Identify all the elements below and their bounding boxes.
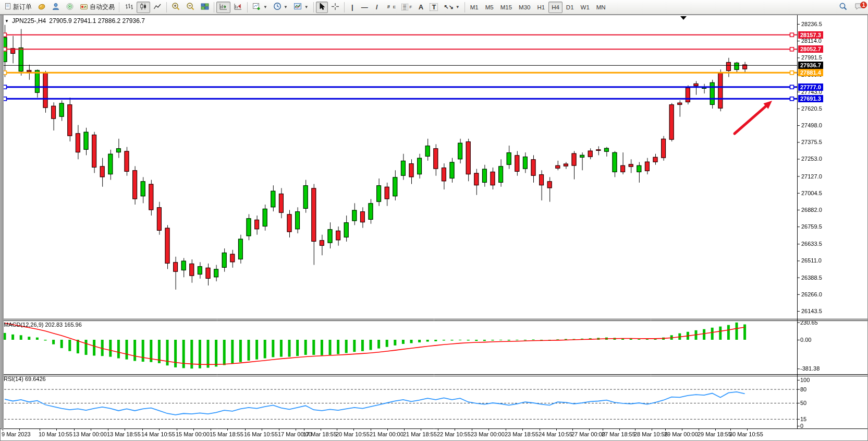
- time-axis-label: 23 Mar 00:00: [471, 431, 505, 437]
- zoom-out-icon: [186, 2, 195, 12]
- timeframe-m30-button[interactable]: M30: [516, 2, 533, 13]
- gold-seal-button[interactable]: [35, 2, 48, 13]
- auto-scroll-icon: [219, 3, 228, 12]
- crosshair-icon: [331, 3, 339, 12]
- price-tick-label: 26143.5: [801, 308, 822, 314]
- toolbar-separator: [313, 2, 314, 13]
- price-tick-label: 27127.0: [801, 173, 822, 180]
- price-level-badge[interactable]: 28052.7: [798, 45, 823, 53]
- auto-scroll-button[interactable]: [216, 2, 230, 13]
- search-button[interactable]: [836, 2, 850, 13]
- time-axis-label: 21 Mar 00:00: [370, 431, 404, 437]
- time-axis-label: 21 Mar 18:55: [403, 431, 437, 437]
- time-axis-label: 15 Mar 00:00: [176, 431, 210, 437]
- autotrade-button[interactable]: 自动交易: [77, 2, 117, 13]
- autotrade-icon: [80, 3, 88, 12]
- templates-icon: [294, 2, 302, 12]
- timeframe-m1-button[interactable]: M1: [467, 2, 482, 13]
- toolbar-separator: [344, 2, 345, 13]
- rsi-tick-label: 15: [800, 416, 806, 422]
- templates-button[interactable]: ▼: [291, 2, 311, 13]
- bar-chart-button[interactable]: [123, 2, 136, 13]
- bar-chart-icon: [125, 3, 133, 12]
- price-level-badge[interactable]: 27691.3: [798, 95, 823, 102]
- text-tool-button[interactable]: A: [415, 2, 426, 13]
- price-tick-label: 28236.5: [801, 21, 822, 27]
- toolbar-grip: [119, 3, 121, 12]
- chart-canvas[interactable]: [1, 15, 867, 440]
- add-indicator-button[interactable]: ▼: [250, 2, 270, 13]
- time-axis-label: 29 Mar 00:00: [664, 431, 698, 437]
- label-tool-button[interactable]: T: [427, 2, 441, 13]
- timeframe-mn-button[interactable]: MN: [593, 2, 609, 13]
- new-order-label: 新订单: [13, 3, 32, 11]
- autotrade-label: 自动交易: [90, 3, 115, 11]
- timeframe-w1-button[interactable]: W1: [578, 2, 593, 13]
- crosshair-tool-button[interactable]: [328, 2, 342, 13]
- chevron-down-icon: ▼: [263, 5, 267, 9]
- rsi-indicator-label: RSI(14) 69.6426: [4, 376, 46, 382]
- timeframe-m5-button[interactable]: M5: [482, 2, 497, 13]
- tile-windows-icon: [201, 3, 209, 12]
- toolbar-separator: [247, 2, 248, 13]
- price-tick-label: 26511.0: [801, 257, 822, 264]
- time-axis-label: 10 Mar 10:55: [39, 431, 72, 437]
- tile-windows-button[interactable]: [198, 2, 212, 13]
- add-indicator-icon: [252, 2, 261, 12]
- rsi-tick-label: 0: [800, 423, 803, 429]
- time-axis-label: 27 Mar 18:55: [602, 431, 635, 437]
- toolbar-separator: [166, 2, 167, 13]
- price-tick-label: 27375.5: [801, 139, 822, 145]
- timeframe-d1-button[interactable]: D1: [563, 2, 577, 13]
- cursor-tool-button[interactable]: [316, 2, 328, 13]
- chart-shift-button[interactable]: [231, 2, 245, 13]
- price-level-badge[interactable]: 27881.4: [798, 69, 823, 76]
- candlestick-chart-button[interactable]: [137, 2, 150, 13]
- time-axis-label: 17 Mar 18:55: [303, 431, 337, 437]
- time-axis-label: 9 Mar 2023: [2, 431, 31, 437]
- chart-shift-icon: [234, 3, 242, 12]
- price-tick-label: 27991.5: [801, 54, 822, 61]
- price-level-badge[interactable]: 28157.3: [798, 31, 823, 39]
- timeframe-buttons: M1M5M15M30H1H4D1W1MN: [467, 2, 609, 13]
- fibonacci-tool-button[interactable]: ▒F: [399, 2, 414, 13]
- macd-tick-label: -381.38: [800, 365, 820, 372]
- channel-tool-button[interactable]: 〃E: [383, 2, 398, 13]
- main-toolbar: 新订单 自动交易 ▼ ▼: [0, 0, 868, 15]
- chart-title: ▼ JPN225-,H4 27905.9 27941.1 27886.2 279…: [5, 17, 145, 25]
- time-axis-label: 14 Mar 10:55: [141, 431, 175, 437]
- line-chart-button[interactable]: [151, 2, 164, 13]
- trendline-icon: /: [376, 4, 378, 10]
- zoom-out-button[interactable]: [184, 2, 198, 13]
- periods-button[interactable]: ▼: [271, 2, 290, 13]
- macd-indicator-label: MACD(12,26,9) 202.83 165.96: [4, 321, 82, 328]
- price-tick-label: 26882.0: [801, 207, 822, 213]
- signal-button[interactable]: [63, 2, 77, 13]
- price-tick-label: 26633.5: [801, 241, 822, 247]
- timeframe-h4-button[interactable]: H4: [548, 2, 563, 13]
- text-icon: A: [419, 4, 423, 10]
- timeframe-m15-button[interactable]: M15: [497, 2, 515, 13]
- toolbar-separator: [214, 2, 214, 13]
- community-button[interactable]: [49, 2, 63, 13]
- time-axis-label: 27 Mar 00:00: [571, 431, 605, 437]
- vertical-line-tool-button[interactable]: |: [347, 2, 358, 13]
- channel-icon-sub: E: [393, 5, 396, 9]
- chart-symbol-period: JPN225-,H4: [12, 17, 46, 25]
- timeframe-h1-button[interactable]: H1: [534, 2, 548, 13]
- channel-icon: 〃: [386, 4, 392, 10]
- new-order-button[interactable]: 新订单: [2, 2, 34, 13]
- fibonacci-icon: ▒: [401, 4, 408, 10]
- toolbar-separator: [464, 2, 465, 13]
- arrows-tool-button[interactable]: ↖↘ ▼: [441, 2, 462, 13]
- horizontal-line-tool-button[interactable]: —: [359, 2, 371, 13]
- time-axis-label: 16 Mar 10:55: [244, 431, 278, 437]
- chart-collapse-icon[interactable]: ▼: [5, 19, 9, 23]
- zoom-in-button[interactable]: [169, 2, 183, 13]
- time-axis-label: 24 Mar 10:55: [539, 431, 572, 437]
- chat-button[interactable]: 1: [852, 2, 866, 13]
- trendline-tool-button[interactable]: /: [371, 2, 383, 13]
- price-level-badge[interactable]: 27777.0: [798, 84, 823, 91]
- time-axis-label: 15 Mar 18:55: [210, 431, 243, 437]
- search-icon: [839, 2, 848, 12]
